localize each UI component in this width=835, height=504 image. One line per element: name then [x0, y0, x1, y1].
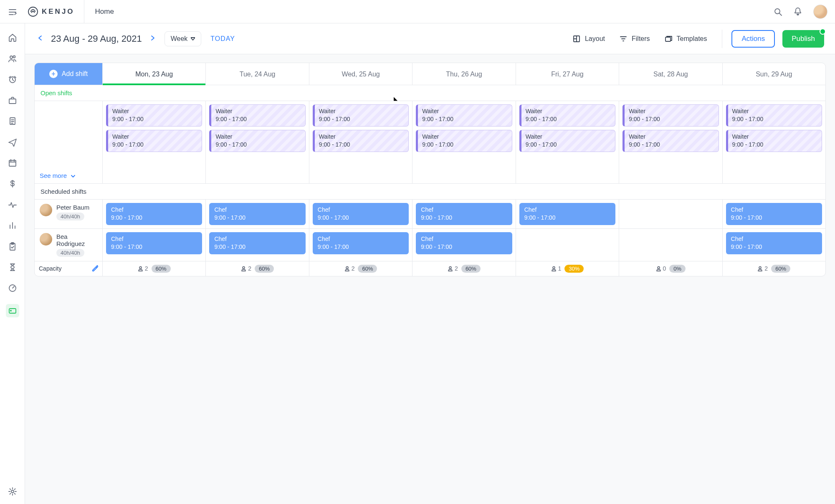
layout-button[interactable]: Layout: [572, 35, 605, 43]
next-week-icon[interactable]: [148, 33, 157, 44]
capacity-count: 2: [241, 265, 251, 272]
shift-plan-icon[interactable]: [6, 304, 19, 317]
day-header[interactable]: Sat, 28 Aug: [619, 63, 722, 85]
open-shifts-label: Open shifts: [35, 85, 825, 101]
today-button[interactable]: TODAY: [210, 35, 235, 43]
open-shift-cell[interactable]: Waiter9:00 - 17:00Waiter9:00 - 17:00: [102, 101, 205, 183]
schedule-board: ◣ + Add shift Mon, 23 Aug Tue, 24 Aug We…: [34, 63, 826, 276]
open-shift-card[interactable]: Waiter9:00 - 17:00: [106, 104, 202, 127]
shift-role: Waiter: [629, 133, 714, 141]
briefcase-icon[interactable]: [8, 95, 18, 105]
view-select[interactable]: Week: [164, 31, 202, 46]
menu-toggle-icon[interactable]: [0, 7, 25, 16]
svg-point-13: [11, 490, 14, 493]
user-avatar[interactable]: [813, 5, 827, 19]
plane-icon[interactable]: [8, 137, 18, 147]
shift-role: Chef: [111, 206, 197, 214]
bar-chart-icon[interactable]: [8, 220, 18, 230]
employee-cell[interactable]: Bea Rodriguez40h/40h: [35, 229, 102, 261]
schedule-cell[interactable]: Chef9:00 - 17:00: [309, 229, 412, 261]
brand-logo[interactable]: KENJO: [25, 0, 84, 23]
templates-button[interactable]: Templates: [664, 35, 707, 43]
schedule-cell[interactable]: Chef9:00 - 17:00: [412, 229, 515, 261]
day-header[interactable]: Mon, 23 Aug: [102, 63, 205, 85]
day-header[interactable]: Thu, 26 Aug: [412, 63, 515, 85]
open-shift-card[interactable]: Waiter9:00 - 17:00: [622, 104, 719, 127]
schedule-cell[interactable]: Chef9:00 - 17:00: [309, 200, 412, 228]
schedule-cell[interactable]: [619, 200, 722, 228]
open-shift-card[interactable]: Waiter9:00 - 17:00: [416, 104, 512, 127]
open-shift-cell[interactable]: Waiter9:00 - 17:00Waiter9:00 - 17:00: [619, 101, 722, 183]
assigned-shift-card[interactable]: Chef9:00 - 17:00: [519, 203, 615, 225]
document-icon[interactable]: [8, 116, 18, 126]
assigned-shift-card[interactable]: Chef9:00 - 17:00: [106, 232, 202, 254]
publish-button[interactable]: Publish: [782, 30, 824, 48]
open-shift-card[interactable]: Waiter9:00 - 17:00: [313, 104, 409, 127]
open-shift-cell[interactable]: Waiter9:00 - 17:00Waiter9:00 - 17:00: [205, 101, 309, 183]
open-shift-cell[interactable]: Waiter9:00 - 17:00Waiter9:00 - 17:00: [516, 101, 619, 183]
schedule-cell[interactable]: Chef9:00 - 17:00: [205, 200, 309, 228]
assigned-shift-card[interactable]: Chef9:00 - 17:00: [726, 203, 822, 225]
employee-cell[interactable]: Peter Baum40h/40h: [35, 200, 102, 228]
assigned-shift-card[interactable]: Chef9:00 - 17:00: [209, 203, 305, 225]
open-shift-card[interactable]: Waiter9:00 - 17:00: [416, 130, 512, 152]
assigned-shift-card[interactable]: Chef9:00 - 17:00: [106, 203, 202, 225]
schedule-cell[interactable]: [516, 229, 619, 261]
shift-time: 9:00 - 17:00: [526, 115, 611, 123]
schedule-cell[interactable]: [619, 229, 722, 261]
schedule-cell[interactable]: Chef9:00 - 17:00: [102, 229, 205, 261]
edit-capacity-icon[interactable]: [91, 265, 98, 273]
dollar-icon[interactable]: [8, 179, 18, 189]
open-shift-cell[interactable]: Waiter9:00 - 17:00Waiter9:00 - 17:00: [309, 101, 412, 183]
schedule-cell[interactable]: Chef9:00 - 17:00: [722, 229, 825, 261]
clock-icon[interactable]: [8, 74, 18, 84]
open-shift-card[interactable]: Waiter9:00 - 17:00: [209, 104, 305, 127]
assigned-shift-card[interactable]: Chef9:00 - 17:00: [416, 232, 512, 254]
schedule-cell[interactable]: Chef9:00 - 17:00: [102, 200, 205, 228]
assigned-shift-card[interactable]: Chef9:00 - 17:00: [209, 232, 305, 254]
open-shift-cell[interactable]: Waiter9:00 - 17:00Waiter9:00 - 17:00: [412, 101, 515, 183]
open-shift-cell[interactable]: Waiter9:00 - 17:00Waiter9:00 - 17:00: [722, 101, 825, 183]
day-header[interactable]: Wed, 25 Aug: [309, 63, 412, 85]
open-shift-card[interactable]: Waiter9:00 - 17:00: [622, 130, 719, 152]
assigned-shift-card[interactable]: Chef9:00 - 17:00: [313, 232, 409, 254]
open-shift-card[interactable]: Waiter9:00 - 17:00: [313, 130, 409, 152]
bell-icon[interactable]: [793, 7, 802, 16]
open-shift-card[interactable]: Waiter9:00 - 17:00: [209, 130, 305, 152]
day-header[interactable]: Fri, 27 Aug: [516, 63, 619, 85]
calendar-icon[interactable]: [8, 158, 18, 168]
shift-time: 9:00 - 17:00: [112, 141, 197, 149]
open-shift-card[interactable]: Waiter9:00 - 17:00: [519, 130, 615, 152]
open-shift-card[interactable]: Waiter9:00 - 17:00: [519, 104, 615, 127]
prev-week-icon[interactable]: [36, 33, 45, 44]
actions-button[interactable]: Actions: [731, 30, 775, 48]
schedule-cell[interactable]: Chef9:00 - 17:00: [412, 200, 515, 228]
hourglass-icon[interactable]: [8, 262, 18, 272]
assigned-shift-card[interactable]: Chef9:00 - 17:00: [416, 203, 512, 225]
pulse-icon[interactable]: [8, 200, 18, 210]
clipboard-check-icon[interactable]: [8, 241, 18, 251]
search-icon[interactable]: [773, 7, 782, 16]
schedule-cell[interactable]: Chef9:00 - 17:00: [205, 229, 309, 261]
svg-point-21: [658, 266, 660, 268]
open-shift-card[interactable]: Waiter9:00 - 17:00: [726, 130, 822, 152]
open-shift-card[interactable]: Waiter9:00 - 17:00: [726, 104, 822, 127]
day-header[interactable]: Tue, 24 Aug: [205, 63, 309, 85]
shift-time: 9:00 - 17:00: [629, 115, 714, 123]
day-header[interactable]: Sun, 29 Aug: [722, 63, 825, 85]
filters-button[interactable]: Filters: [619, 35, 650, 43]
schedule-cell[interactable]: Chef9:00 - 17:00: [516, 200, 619, 228]
gauge-icon[interactable]: [8, 283, 18, 293]
home-icon[interactable]: [8, 33, 18, 43]
date-range: 23 Aug - 29 Aug, 2021: [51, 33, 142, 44]
breadcrumb[interactable]: Home: [84, 8, 114, 16]
assigned-shift-card[interactable]: Chef9:00 - 17:00: [313, 203, 409, 225]
assigned-shift-card[interactable]: Chef9:00 - 17:00: [726, 232, 822, 254]
see-more-button[interactable]: See more: [35, 101, 102, 183]
people-icon[interactable]: [8, 53, 18, 63]
shift-role: Chef: [214, 206, 300, 214]
open-shift-card[interactable]: Waiter9:00 - 17:00: [106, 130, 202, 152]
add-shift-button[interactable]: + Add shift: [35, 63, 102, 85]
settings-icon[interactable]: [8, 486, 18, 496]
schedule-cell[interactable]: Chef9:00 - 17:00: [722, 200, 825, 228]
